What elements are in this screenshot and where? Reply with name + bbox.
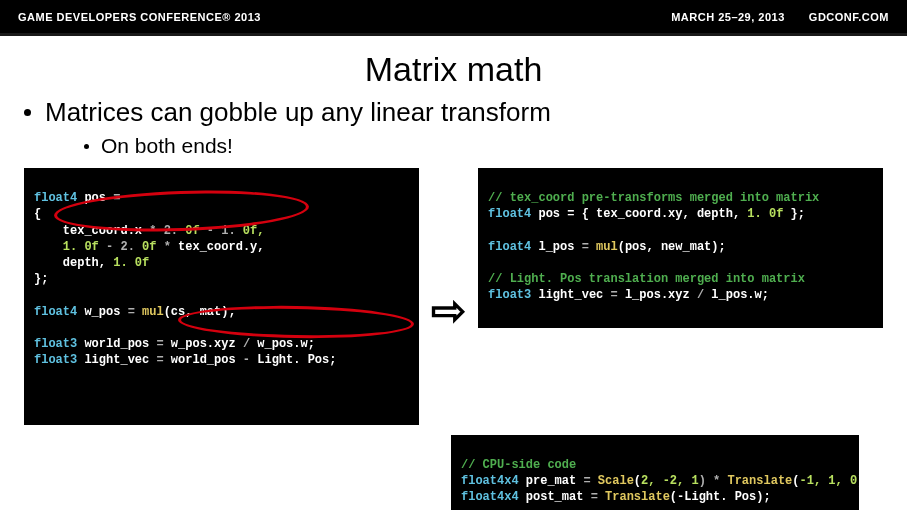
code-token: Light. Pos; xyxy=(250,353,336,367)
code-token: { xyxy=(34,207,41,221)
code-token: x xyxy=(135,224,149,238)
code-token: l_pos xyxy=(531,240,581,254)
code-token: ( xyxy=(618,240,625,254)
code-token: tex_coord xyxy=(34,224,128,238)
code-token: l_pos xyxy=(704,288,747,302)
code-token: y, xyxy=(250,240,264,254)
code-token: tex_coord xyxy=(589,207,661,221)
code-token: }; xyxy=(34,272,48,286)
code-token: // CPU-side code xyxy=(461,458,576,472)
code-token: post_mat xyxy=(519,490,591,504)
code-token: l_pos xyxy=(618,288,661,302)
code-token: pos xyxy=(531,207,567,221)
code-token: float4 xyxy=(34,191,77,205)
code-token: 0f, xyxy=(236,224,265,238)
code-token: * 2. xyxy=(149,224,178,238)
code-token: float4 xyxy=(488,240,531,254)
code-token: . xyxy=(207,337,214,351)
code-token: mul xyxy=(589,240,618,254)
bullet-1-text: Matrices can gobble up any linear transf… xyxy=(45,97,551,128)
code-token: pos, new_mat xyxy=(625,240,711,254)
code-token: mul xyxy=(135,305,164,319)
code-token: ); xyxy=(221,305,235,319)
code-token: ( xyxy=(670,490,677,504)
code-token: ( xyxy=(164,305,171,319)
code-block-after-gpu: // tex_coord pre-transforms merged into … xyxy=(478,168,883,328)
code-token: float3 xyxy=(488,288,531,302)
header-dates: MARCH 25–29, 2013 xyxy=(671,11,785,23)
slide-title: Matrix math xyxy=(0,50,907,89)
header-conference: GAME DEVELOPERS CONFERENCE® 2013 xyxy=(18,11,261,23)
code-token: = xyxy=(113,191,120,205)
code-token: float3 xyxy=(34,353,77,367)
code-token: ( xyxy=(634,474,641,488)
code-token: = xyxy=(156,353,163,367)
code-token: xyz xyxy=(668,288,697,302)
code-token: = xyxy=(582,240,589,254)
bullet-2-text: On both ends! xyxy=(101,134,233,158)
arrow-right-icon: ⇨ xyxy=(431,290,466,332)
code-token: - 2. xyxy=(106,240,135,254)
code-block-before: float4 pos = { tex_coord.x * 2. 0f - 1. … xyxy=(24,168,419,425)
header-right: MARCH 25–29, 2013 GDCONF.COM xyxy=(671,11,889,23)
bullet-level-2: On both ends! xyxy=(84,134,907,158)
code-token: w; xyxy=(301,337,315,351)
code-token: = xyxy=(610,288,617,302)
code-token: float4 xyxy=(34,305,77,319)
code-token: world_pos xyxy=(77,337,156,351)
bullet-dot-icon xyxy=(84,144,89,149)
arrow-column: ⇨ xyxy=(431,168,466,425)
code-token: pos xyxy=(77,191,113,205)
code-token: = xyxy=(128,305,135,319)
code-token: 1. xyxy=(747,207,761,221)
code-token: 1. xyxy=(113,256,127,270)
code-token: pre_mat xyxy=(519,474,584,488)
code-token: tex_coord xyxy=(171,240,243,254)
code-token: 0f xyxy=(178,224,207,238)
code-token: 0f xyxy=(77,240,106,254)
code-block-after-cpu: // CPU-side code float4x4 pre_mat = Scal… xyxy=(451,435,859,510)
code-token: = { xyxy=(567,207,589,221)
code-token: world_pos xyxy=(164,353,243,367)
code-token: // Light. Pos translation merged into ma… xyxy=(488,272,805,286)
code-token: - 1. xyxy=(207,224,236,238)
bullet-dot-icon xyxy=(24,109,31,116)
code-token: 0f xyxy=(135,240,164,254)
code-token: float4x4 xyxy=(461,474,519,488)
header-bar: GAME DEVELOPERS CONFERENCE® 2013 MARCH 2… xyxy=(0,0,907,36)
code-token: w_pos xyxy=(250,337,293,351)
code-token: 2, -2, 1 xyxy=(641,474,699,488)
code-token: float4 xyxy=(488,207,531,221)
code-token: 1. xyxy=(34,240,77,254)
code-token: cs, mat xyxy=(171,305,221,319)
code-token: . xyxy=(293,337,300,351)
code-token: ) * xyxy=(699,474,721,488)
code-token: 0f xyxy=(128,256,150,270)
code-token: . xyxy=(128,224,135,238)
code-token: = xyxy=(156,337,163,351)
code-token: -Light. Pos xyxy=(677,490,756,504)
code-token: = xyxy=(583,474,590,488)
code-token: w_pos xyxy=(77,305,127,319)
code-token: }; xyxy=(791,207,805,221)
code-token: xyz xyxy=(214,337,243,351)
code-token: 0f xyxy=(762,207,791,221)
code-token: // tex_coord pre-transforms merged into … xyxy=(488,191,819,205)
code-token: light_vec xyxy=(531,288,610,302)
code-token: w; xyxy=(755,288,769,302)
code-token: Translate xyxy=(720,474,792,488)
code-token: ); xyxy=(857,474,871,488)
code-token: - xyxy=(243,353,250,367)
code-token: . xyxy=(243,240,250,254)
bullet-level-1: Matrices can gobble up any linear transf… xyxy=(24,97,907,128)
code-token: * xyxy=(164,240,171,254)
code-area: float4 pos = { tex_coord.x * 2. 0f - 1. … xyxy=(0,168,907,510)
code-token: Translate xyxy=(598,490,670,504)
code-token: . xyxy=(747,288,754,302)
code-token: ); xyxy=(711,240,725,254)
code-token: = xyxy=(591,490,598,504)
code-token: Scale xyxy=(591,474,634,488)
code-token: -1, 1, 0 xyxy=(799,474,857,488)
code-token: light_vec xyxy=(77,353,156,367)
code-token: xy, depth, xyxy=(668,207,747,221)
